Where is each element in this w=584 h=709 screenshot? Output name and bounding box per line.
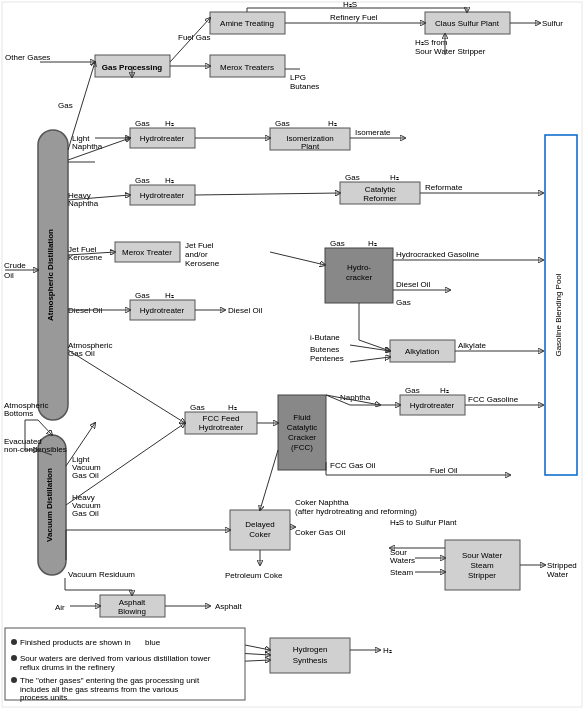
coker-gas-oil-label: Coker Gas Oil xyxy=(295,528,345,537)
fcc-feed-ht-text: FCC Feed xyxy=(203,414,240,423)
fuel-gas-label: Fuel Gas xyxy=(178,33,210,42)
hydrogen-synthesis-text2: Synthesis xyxy=(293,656,328,665)
svg-line-27 xyxy=(195,193,340,195)
h2s-sour-label2: Sour Water Stripper xyxy=(415,47,486,56)
crude-oil-label2: Oil xyxy=(4,271,14,280)
svg-line-70 xyxy=(38,420,52,435)
steam-label: Steam xyxy=(390,568,413,577)
gas-label-lh: Gas xyxy=(135,119,150,128)
jet-fuel-output-label3: Kerosene xyxy=(185,259,220,268)
svg-point-76 xyxy=(11,655,17,661)
svg-line-85 xyxy=(260,450,278,510)
svg-point-75 xyxy=(11,639,17,645)
lpg-butanes-label: LPG xyxy=(290,73,306,82)
h2-label-hh: H₂ xyxy=(165,176,174,185)
hydrotreater-fcc-text: Hydrotreater xyxy=(410,401,455,410)
fcc-feed-ht-text2: Hydrotreater xyxy=(199,423,244,432)
air-label: Air xyxy=(55,603,65,612)
atm-bottoms-label2: Bottoms xyxy=(4,409,33,418)
svg-line-37 xyxy=(270,252,325,265)
h2s-top-label: H₂S xyxy=(343,0,357,9)
petroleum-coke-label: Petroleum Coke xyxy=(225,571,283,580)
cat-reformer-text: Catalytic xyxy=(365,185,396,194)
sour-water-stripper-text3: Stripper xyxy=(468,571,496,580)
hydrotreater-light-text: Hydrotreater xyxy=(140,134,185,143)
h2-label-hc: H₂ xyxy=(368,239,377,248)
isomerization-text2: Plant xyxy=(301,142,320,151)
legend-item1b: blue xyxy=(145,638,161,647)
jet-fuel-output-label2: and/or xyxy=(185,250,208,259)
h2-output-label: H₂ xyxy=(383,646,392,655)
fcc-gasoline-label: FCC Gasoline xyxy=(468,395,519,404)
alkylate-label: Alkylate xyxy=(458,341,487,350)
fcc-text3: Cracker xyxy=(288,433,316,442)
h2-label-fccgt: H₂ xyxy=(440,386,449,395)
hydrocracked-gasoline-label: Hydrocracked Gasoline xyxy=(396,250,480,259)
legend-item1a: Finished products are shown in xyxy=(20,638,131,647)
h2-label-iso: H₂ xyxy=(328,119,337,128)
stripped-water-label: Stripped xyxy=(547,561,577,570)
sour-waters-label2: Waters xyxy=(390,556,415,565)
fuel-oil-label: Fuel Oil xyxy=(430,466,458,475)
diagram-container: Gasoline Blending Pool Atmospheric Disti… xyxy=(0,0,584,709)
h2-label-ffht: H₂ xyxy=(228,403,237,412)
delayed-coker-text2: Coker xyxy=(249,530,271,539)
h2-label-lh: H₂ xyxy=(165,119,174,128)
sour-water-stripper-text: Sour Water xyxy=(462,551,502,560)
vacuum-distillation-label: Vacuum Distillation xyxy=(45,468,54,542)
gas-hc-label: Gas xyxy=(396,298,411,307)
reformate-label: Reformate xyxy=(425,183,463,192)
claus-sulfur-text: Claus Sulfur Plant xyxy=(435,19,500,28)
lpg-butanes-label2: Butanes xyxy=(290,82,319,91)
hydrogen-synthesis-text: Hydrogen xyxy=(293,645,328,654)
h2s-sour-label: H₂S from xyxy=(415,38,448,47)
jet-fuel-output-label: Jet Fuel xyxy=(185,241,214,250)
coker-naphtha-label: Coker Naphtha xyxy=(295,498,349,507)
butenes-pentenes-label2: Pentenes xyxy=(310,354,344,363)
legend-item2a: Sour waters are derived from various dis… xyxy=(20,654,211,663)
fcc-text4: (FCC) xyxy=(291,443,313,452)
svg-line-40 xyxy=(350,345,390,351)
amine-treating-text: Amine Treating xyxy=(220,19,274,28)
svg-line-84 xyxy=(68,350,185,423)
asphalt-blowing-text: Asphalt xyxy=(119,598,146,607)
butenes-pentenes-label: Butenes xyxy=(310,345,339,354)
legend-item3a: The "other gases" entering the gas proce… xyxy=(20,676,200,685)
fcc-gas-oil-label: FCC Gas Oil xyxy=(330,461,376,470)
gas-label-hh: Gas xyxy=(135,176,150,185)
sulfur-label: Sulfur xyxy=(542,19,563,28)
vacuum-residuum-label: Vacuum Residuum xyxy=(68,570,135,579)
diesel-oil-hc-label: Diesel Oil xyxy=(396,280,430,289)
alkylation-text: Alkylation xyxy=(405,347,439,356)
svg-line-41 xyxy=(350,357,390,362)
asphalt-label: Asphalt xyxy=(215,602,242,611)
gas-label-gp: Gas xyxy=(58,101,73,110)
hvgo-label3: Gas Oil xyxy=(72,509,99,518)
h2-label-dh: H₂ xyxy=(165,291,174,300)
merox-treaters-text: Merox Treaters xyxy=(220,63,274,72)
lvgo-label3: Gas Oil xyxy=(72,471,99,480)
h2s-sulfur-plant-label: H₂S to Sulfur Plant xyxy=(390,518,457,527)
svg-line-82 xyxy=(359,340,390,351)
gas-label-cr: Gas xyxy=(345,173,360,182)
gas-label-ffht: Gas xyxy=(190,403,205,412)
fcc-text2: Catalytic xyxy=(287,423,318,432)
stripped-water-label2: Water xyxy=(547,570,568,579)
other-gases-label: Other Gases xyxy=(5,53,50,62)
crude-oil-label: Crude xyxy=(4,261,26,270)
svg-point-77 xyxy=(11,677,17,683)
cat-reformer-text2: Reformer xyxy=(363,194,397,203)
merox-treater-jet-text: Merox Treater xyxy=(122,248,172,257)
h2-label-cr: H₂ xyxy=(390,173,399,182)
gas-label-hc: Gas xyxy=(330,239,345,248)
asphalt-blowing-text2: Blowing xyxy=(118,607,146,616)
i-butane-label: i-Butane xyxy=(310,333,340,342)
fcc-text: Fluid xyxy=(293,413,310,422)
hydrotreater-diesel-text: Hydrotreater xyxy=(140,306,185,315)
heavy-naphtha-label2: Naphtha xyxy=(68,199,99,208)
atmospheric-distillation-label: Atmospheric Distillation xyxy=(46,229,55,321)
legend-item3c: process units xyxy=(20,693,67,702)
after-hydrotreating-label: (after hydrotreating and reforming) xyxy=(295,507,417,516)
gas-label-dh: Gas xyxy=(135,291,150,300)
hydrotreater-heavy-text: Hydrotreater xyxy=(140,191,185,200)
